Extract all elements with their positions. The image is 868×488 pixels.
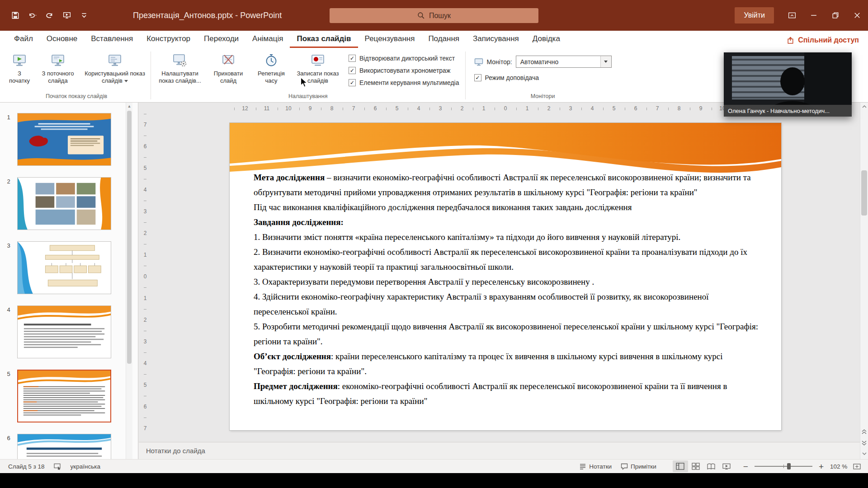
undo-button[interactable] xyxy=(27,10,38,21)
fit-to-window-button[interactable] xyxy=(849,460,864,472)
save-button[interactable] xyxy=(10,10,21,21)
monitor-play-icon xyxy=(12,52,27,68)
rehearse-timings-button[interactable]: Репетиція часу xyxy=(250,50,292,87)
presenter-mode-checkbox[interactable]: ✓ Режим доповідача xyxy=(474,74,612,81)
language-button[interactable]: українська xyxy=(66,463,105,470)
share-button[interactable]: Спільний доступ xyxy=(787,36,859,44)
ruler-mark: 6 xyxy=(364,103,386,113)
custom-slideshow-label: Користувацький показ слайдів xyxy=(85,70,145,84)
slide-thumbnail-2[interactable] xyxy=(17,177,111,230)
tab-review[interactable]: Рецензування xyxy=(358,34,422,48)
monitor-dropdown[interactable]: Автоматично xyxy=(516,56,612,68)
checkbox-checked-icon: ✓ xyxy=(349,67,356,74)
ruler-mark: 2 xyxy=(140,309,151,331)
tab-transitions[interactable]: Переходи xyxy=(197,34,245,48)
zoom-slider[interactable] xyxy=(755,466,812,467)
redo-button[interactable] xyxy=(44,10,55,21)
slide-canvas[interactable]: Мета дослідження – визначити економіко-г… xyxy=(230,123,781,430)
scroll-up-arrow[interactable] xyxy=(860,103,868,111)
tab-file[interactable]: Файл xyxy=(7,34,40,48)
tab-view[interactable]: Подання xyxy=(421,34,466,48)
zoom-slider-handle[interactable] xyxy=(787,463,791,469)
thumbnail-row: 4 xyxy=(0,305,138,358)
start-slideshow-button[interactable] xyxy=(61,10,72,21)
webcam-overlay[interactable]: Олена Ганчук - Навчально-методич... xyxy=(724,52,852,117)
reading-view-button[interactable] xyxy=(703,460,719,472)
chevron-down-icon xyxy=(124,80,128,84)
workspace: 1 2 xyxy=(0,103,868,459)
accessibility-button[interactable] xyxy=(49,463,66,470)
rehearse-timings-label: Репетиція часу xyxy=(253,70,289,84)
zoom-out-button[interactable]: − xyxy=(741,462,750,471)
setup-checkboxes: ✓ Відтворювати дикторський текст ✓ Викор… xyxy=(343,50,463,86)
slideshow-view-button[interactable] xyxy=(719,460,734,472)
tab-home[interactable]: Основне xyxy=(40,34,84,48)
next-slide-button[interactable] xyxy=(860,437,868,448)
comments-toggle-button[interactable]: Примітки xyxy=(616,463,661,470)
monitor-dropdown-value: Автоматично xyxy=(516,56,600,67)
search-box[interactable]: Пошук xyxy=(330,8,538,23)
restore-icon xyxy=(832,12,839,19)
chevron-down-icon xyxy=(81,12,87,19)
scrollbar-thumb[interactable] xyxy=(127,111,132,364)
custom-slideshow-button[interactable]: Користувацький показ слайдів xyxy=(81,50,148,87)
ruler-mark: 7 xyxy=(343,103,364,113)
scroll-down-arrow[interactable] xyxy=(860,448,868,459)
restore-button[interactable] xyxy=(825,0,846,31)
ribbon-checkbox[interactable]: ✓ Елементи керування мультимедіа xyxy=(349,79,459,86)
ribbon-tabs: Файл Основне Вставлення Конструктор Пере… xyxy=(0,31,868,48)
scroll-up-arrow[interactable]: ▲ xyxy=(126,103,132,110)
ribbon-checkbox[interactable]: ✓ Відтворювати дикторський текст xyxy=(349,55,459,62)
thumbnail-preview xyxy=(18,178,111,230)
minimize-button[interactable] xyxy=(803,0,825,31)
window-title: Презентація_Антонов.pptx - PowerPoint xyxy=(133,11,282,20)
status-bar: Слайд 5 з 18 українська Нотатки Примітки… xyxy=(0,459,868,473)
from-beginning-label: З початку xyxy=(8,70,31,84)
ruler-mark: 7 xyxy=(140,418,151,439)
slide-thumbnail-1[interactable] xyxy=(17,113,111,166)
quick-access-toolbar xyxy=(0,10,90,21)
normal-view-button[interactable] xyxy=(673,460,688,472)
hide-slide-button[interactable]: Приховати слайд xyxy=(207,50,250,87)
sign-in-button[interactable]: Увійти xyxy=(735,7,774,23)
close-button[interactable] xyxy=(846,0,868,31)
tab-design[interactable]: Конструктор xyxy=(140,34,197,48)
thumbnails-scrollbar[interactable]: ▲ xyxy=(126,103,132,459)
slide-text-block[interactable]: Мета дослідження – визначити економіко-г… xyxy=(254,170,760,408)
previous-slide-button[interactable] xyxy=(860,427,868,437)
redo-icon xyxy=(46,11,54,19)
ruler-mark: 6 xyxy=(140,136,151,157)
slide-sorter-view-button[interactable] xyxy=(688,460,703,472)
slide-number: 6 xyxy=(0,434,17,459)
ribbon-checkbox[interactable]: ✓ Використовувати хронометраж xyxy=(349,67,459,74)
customize-qat-button[interactable] xyxy=(79,10,90,21)
from-beginning-button[interactable]: З початку xyxy=(5,50,34,87)
ruler-mark: 4 xyxy=(581,103,603,113)
share-label: Спільний доступ xyxy=(798,36,859,44)
main-scrollbar[interactable] xyxy=(860,103,868,459)
slide-paragraph: Мета дослідження – визначити економіко-г… xyxy=(254,170,760,200)
slide-thumbnail-6[interactable] xyxy=(17,434,111,459)
tab-slideshow[interactable]: Показ слайдів xyxy=(290,34,358,48)
zoom-level[interactable]: 102 % xyxy=(826,463,849,470)
tab-insert[interactable]: Вставлення xyxy=(84,34,140,48)
presenter-mode-label: Режим доповідача xyxy=(485,74,539,81)
ruler-mark: 3 xyxy=(560,103,581,113)
scrollbar-thumb[interactable] xyxy=(861,170,867,216)
notes-pane[interactable]: Нотатки до слайда xyxy=(139,442,860,459)
tab-recording[interactable]: Записування xyxy=(466,34,526,48)
notes-toggle-button[interactable]: Нотатки xyxy=(575,463,616,470)
ribbon-display-options-button[interactable] xyxy=(781,0,803,31)
from-current-slide-button[interactable]: З поточного слайда xyxy=(34,50,81,87)
thumbnail-preview xyxy=(18,371,110,422)
zoom-in-button[interactable]: + xyxy=(817,462,826,471)
slide-thumbnail-4[interactable] xyxy=(17,305,111,358)
slide-thumbnail-5-selected[interactable] xyxy=(17,370,111,422)
hide-slide-label: Приховати слайд xyxy=(210,70,247,84)
slide-thumbnail-3[interactable] xyxy=(17,241,111,294)
setup-slideshow-button[interactable]: Налаштувати показ слайдів... xyxy=(153,50,207,87)
ruler-mark: 7 xyxy=(646,103,668,113)
tab-animations[interactable]: Анімація xyxy=(245,34,290,48)
ruler-mark: 5 xyxy=(140,157,151,179)
tab-help[interactable]: Довідка xyxy=(526,34,567,48)
